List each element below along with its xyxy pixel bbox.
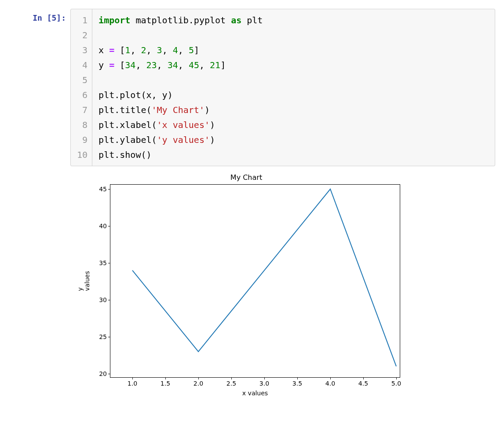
code-number: 23 [146,60,157,70]
code-string: 'x values' [157,120,210,130]
chart-line [132,189,396,366]
line-number: 4 [77,58,88,73]
output-cell: My Chart2025303540451.01.52.02.53.03.54.… [9,173,495,404]
x-tick-label: 4.5 [358,377,368,387]
x-tick-label: 5.0 [391,377,401,387]
line-number: 2 [77,28,88,43]
line-number: 9 [77,132,88,147]
code-input-area[interactable]: 1 2 3 4 5 6 7 8 9 10 import matplotlib.p… [70,9,495,166]
y-tick-label: 25 [99,333,110,340]
code-text: [ [120,60,125,70]
line-number: 8 [77,117,88,132]
line-number: 7 [77,102,88,117]
input-prompt: In [5]: [9,9,70,22]
code-number: 34 [168,60,178,70]
code-text: plt.show() [99,150,151,160]
code-number: 21 [210,60,220,70]
code-text: plt [247,15,263,26]
plot-area: 2025303540451.01.52.02.53.03.54.04.55.0x… [110,184,400,378]
code-text: x [99,45,104,55]
chart-title: My Chart [79,173,413,182]
line-number: 1 [77,13,88,28]
y-tick-label: 35 [99,259,110,266]
code-number: 34 [125,60,135,70]
code-text: ] [220,60,226,70]
code-text: plt.title( [99,105,151,115]
code-text: y [99,60,104,70]
y-tick-label: 20 [99,370,110,377]
chart-line-svg [110,185,401,378]
line-number: 10 [77,147,88,162]
code-number: 5 [189,45,194,55]
code-number: 2 [141,45,146,55]
y-tick-label: 45 [99,186,110,193]
x-tick-label: 4.0 [325,377,335,387]
code-text: ) [210,120,215,130]
x-tick-label: 1.5 [161,377,170,387]
code-text: plt.ylabel( [99,135,157,145]
y-axis-label: y values [77,271,91,291]
code-keyword: import [99,15,130,26]
x-tick-label: 3.0 [259,377,269,387]
code-editor[interactable]: import matplotlib.pyplot as plt x = [1, … [92,9,495,166]
code-text: plt.plot(x, y) [99,90,173,100]
x-tick-label: 3.5 [292,377,302,387]
y-tick-label: 40 [99,222,110,230]
x-tick-label: 2.0 [194,377,203,387]
code-number: 45 [189,60,199,70]
line-number: 5 [77,73,88,88]
code-text: [ [120,45,125,55]
code-text: matplotlib.pyplot [135,15,226,26]
code-number: 1 [125,45,130,55]
code-text: ) [210,135,215,145]
line-number: 6 [77,88,88,102]
code-string: 'y values' [157,135,210,145]
code-keyword: as [231,15,241,26]
x-axis-label: x values [242,390,268,397]
code-text: plt.xlabel( [99,120,157,130]
line-number-gutter: 1 2 3 4 5 6 7 8 9 10 [71,9,92,166]
x-tick-label: 2.5 [226,377,236,387]
code-operator: = [109,60,114,70]
code-number: 3 [157,45,162,55]
code-operator: = [109,45,114,55]
line-number: 3 [77,43,88,58]
x-tick-label: 1.0 [128,377,137,387]
code-number: 4 [173,45,178,55]
y-tick-label: 30 [99,296,110,303]
chart-figure: My Chart2025303540451.01.52.02.53.03.54.… [79,173,495,404]
code-text: ) [205,105,210,115]
code-string: 'My Chart' [152,105,205,115]
input-cell: In [5]: 1 2 3 4 5 6 7 8 9 10 import matp… [9,9,495,166]
output-area: My Chart2025303540451.01.52.02.53.03.54.… [70,173,495,404]
code-text: ] [194,45,199,55]
